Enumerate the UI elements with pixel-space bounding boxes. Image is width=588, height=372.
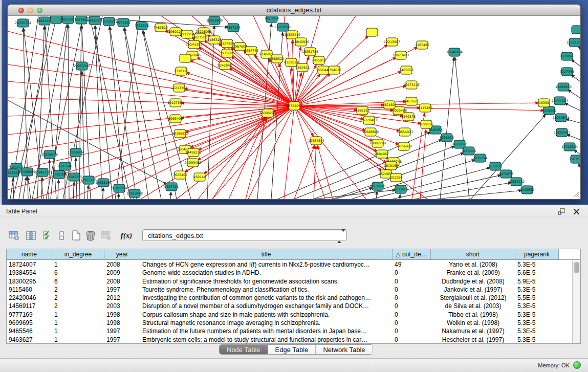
graph-edge[interactable] xyxy=(190,106,294,147)
table-cell[interactable]: 0 xyxy=(393,336,431,343)
table-row[interactable]: 2242004622012Investigating the contribut… xyxy=(7,294,572,302)
network-canvas[interactable]: 2435572420691406106532871527602646616010… xyxy=(8,16,580,199)
table-cell[interactable]: 5.9E-5 xyxy=(515,277,559,286)
table-cell[interactable]: 0 xyxy=(393,327,431,335)
float-panel-icon[interactable] xyxy=(558,208,565,217)
graph-edge[interactable] xyxy=(294,145,314,199)
table-row[interactable]: 1830029562008Estimation of significance … xyxy=(7,277,572,286)
table-cell[interactable]: 0 xyxy=(393,286,431,294)
memory-ok-indicator[interactable] xyxy=(573,361,581,369)
function-builder-icon[interactable]: f(x) xyxy=(120,228,133,243)
table-cell[interactable]: 2008 xyxy=(104,277,140,286)
graph-edge[interactable] xyxy=(212,117,265,199)
table-cell[interactable]: 0 xyxy=(393,294,431,302)
graph-edge[interactable] xyxy=(212,106,294,199)
delete-table-icon[interactable] xyxy=(84,228,97,243)
table-cell[interactable]: 18300295 xyxy=(7,277,52,286)
vertical-scrollbar[interactable] xyxy=(572,260,580,343)
table-cell[interactable]: 2009 xyxy=(104,269,140,277)
graph-edge[interactable] xyxy=(437,190,522,199)
table-cell[interactable]: Embryonic stem cells: a model to study s… xyxy=(140,336,393,343)
select-columns-icon[interactable] xyxy=(41,228,54,243)
table-cell[interactable]: 2 xyxy=(52,286,104,294)
table-cell[interactable]: 1997 xyxy=(104,327,140,335)
close-panel-icon[interactable] xyxy=(573,208,580,217)
graph-edge[interactable] xyxy=(294,47,300,106)
table-cell[interactable]: Dudbridge et al. (2008) xyxy=(431,277,515,286)
graph-edge[interactable] xyxy=(566,119,580,123)
graph-node[interactable] xyxy=(572,26,580,34)
table-row[interactable]: 946362711997Embryonic stem cells: a mode… xyxy=(7,336,572,343)
table-cell[interactable]: 0 xyxy=(393,319,431,327)
table-cell[interactable]: 1997 xyxy=(104,336,140,343)
column-header-year[interactable]: year xyxy=(104,249,140,259)
tab-edge-table[interactable]: Edge Table xyxy=(268,345,316,354)
table-row[interactable]: 911546021997Tourette syndrome. Phenomeno… xyxy=(7,286,572,294)
table-row[interactable]: 946554611997Estimation of the future num… xyxy=(7,327,572,335)
graph-edge[interactable] xyxy=(455,57,469,199)
graph-edge[interactable] xyxy=(578,164,580,169)
tab-network-table[interactable]: Network Table xyxy=(316,345,372,354)
network-window[interactable]: citations_edges.txt 24355724206914061065… xyxy=(7,4,581,200)
tab-node-table[interactable]: Node Table xyxy=(220,345,268,354)
graph-edge[interactable] xyxy=(294,74,320,106)
table-row[interactable]: 969969511998Structural magnetic resonanc… xyxy=(7,319,572,327)
canvas-resize-grip-icon[interactable] xyxy=(572,191,579,198)
table-row[interactable]: 1872400712008Changes of HCN gene express… xyxy=(7,260,572,269)
graph-edge[interactable] xyxy=(170,192,171,199)
table-cell[interactable]: 5.5E-5 xyxy=(515,294,559,302)
table-cell[interactable]: 9777169 xyxy=(7,311,52,319)
graph-edge[interactable] xyxy=(118,193,119,199)
table-cell[interactable]: Yano et al. (2008) xyxy=(431,260,515,269)
graph-edge[interactable] xyxy=(571,75,580,82)
column-header-pagerank[interactable]: pagerank xyxy=(515,249,559,259)
column-header-title[interactable]: title xyxy=(140,249,393,259)
create-table-icon[interactable] xyxy=(70,228,83,243)
table-cell[interactable]: 5.3E-5 xyxy=(515,327,559,335)
table-cell[interactable]: 19384554 xyxy=(7,269,52,277)
graph-edge[interactable] xyxy=(190,60,294,106)
graph-edge[interactable] xyxy=(124,28,148,199)
column-header-out_de[interactable]: △ out_de… xyxy=(393,249,431,259)
graph-edge[interactable] xyxy=(110,27,124,199)
table-cell[interactable]: 2 xyxy=(52,294,104,302)
table-cell[interactable]: Tourette syndrome. Phenomenology and cla… xyxy=(140,286,393,294)
table-cell[interactable]: 14569117 xyxy=(7,302,52,310)
table-cell[interactable]: 0 xyxy=(393,277,431,286)
graph-edge[interactable] xyxy=(294,106,382,171)
table-cell[interactable]: Jankovic et al. (1997) xyxy=(431,286,515,294)
table-cell[interactable]: Franke et al. (2009) xyxy=(431,269,515,277)
table-row[interactable]: 1456911722003Disruption of a novel membe… xyxy=(7,302,572,310)
graph-edge[interactable] xyxy=(318,146,333,199)
column-header-short[interactable]: short xyxy=(431,249,515,259)
table-cell[interactable]: 2008 xyxy=(104,260,140,269)
table-cell[interactable]: Nakamura et al. (1997) xyxy=(431,327,515,335)
table-cell[interactable]: de Silva et al. (2003) xyxy=(431,302,515,310)
table-cell[interactable]: Disruption of a novel member of a sodium… xyxy=(140,302,393,310)
table-cell[interactable]: 1 xyxy=(52,260,104,269)
table-cell[interactable]: 2012 xyxy=(104,294,140,302)
table-cell[interactable]: 1998 xyxy=(104,319,140,327)
table-cell[interactable]: 5.3E-5 xyxy=(515,286,559,294)
graph-edge[interactable] xyxy=(110,27,137,199)
table-cell[interactable]: 0 xyxy=(393,269,431,277)
citation-graph[interactable]: 2435572420691406106532871527602646616010… xyxy=(8,16,580,199)
graph-edge[interactable] xyxy=(400,194,400,199)
table-cell[interactable]: 5.3E-5 xyxy=(515,336,559,343)
graph-edge[interactable] xyxy=(124,28,161,199)
table-cell[interactable]: Corpus callosum shape and size in male p… xyxy=(140,311,393,319)
table-cell[interactable]: 1998 xyxy=(104,311,140,319)
table-cell[interactable]: 1 xyxy=(52,319,104,327)
graph-edge[interactable] xyxy=(88,185,88,199)
graph-edge[interactable] xyxy=(103,188,103,199)
table-cell[interactable]: Wolkin et al. (1998) xyxy=(431,319,515,327)
table-cell[interactable]: Structural magnetic resonance image aver… xyxy=(140,319,393,327)
scrollbar-thumb[interactable] xyxy=(574,262,579,273)
table-mode-icon[interactable] xyxy=(7,228,20,243)
table-cell[interactable]: 9115460 xyxy=(7,286,52,294)
table-cell[interactable]: Stergiakouli et al. (2012) xyxy=(431,294,515,302)
graph-edge[interactable] xyxy=(420,129,426,199)
graph-node[interactable] xyxy=(366,28,378,36)
table-cell[interactable]: 9463627 xyxy=(7,336,52,343)
network-window-titlebar[interactable]: citations_edges.txt xyxy=(8,5,580,16)
